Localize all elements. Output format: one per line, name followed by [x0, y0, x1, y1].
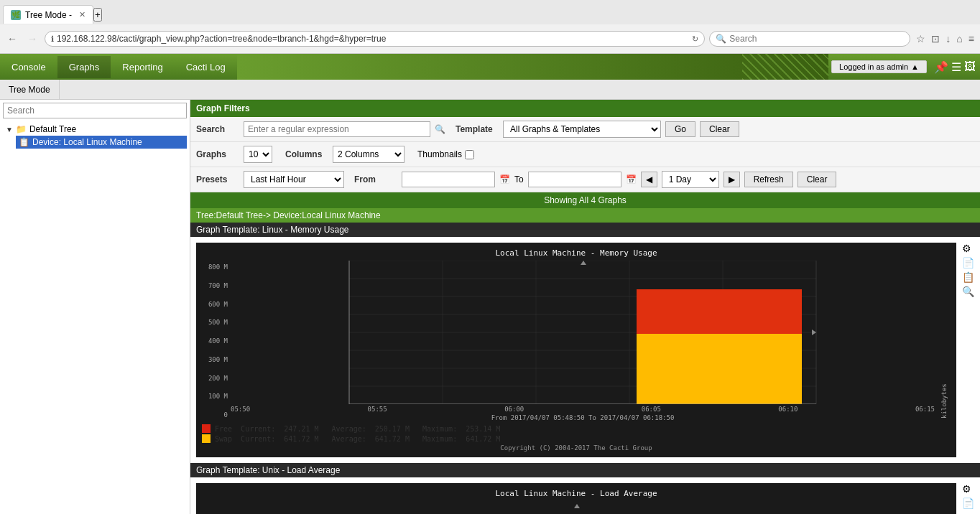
- address-bar[interactable]: ℹ 192.168.122.98/cacti/graph_view.php?ac…: [45, 31, 705, 47]
- bookmark-icon[interactable]: ⊡: [930, 32, 941, 46]
- columns-select[interactable]: 2 Columns 1 Column: [333, 146, 405, 163]
- zoom-graph-icon[interactable]: 🔍: [962, 286, 974, 297]
- browser-search-box[interactable]: 🔍: [709, 31, 910, 47]
- pushpin-icon[interactable]: 📌: [934, 60, 948, 74]
- tree-item-device[interactable]: 📋 Device: Local Linux Machine: [16, 136, 187, 149]
- thumbnails-label-wrap: Thumbnails: [417, 149, 474, 159]
- presets-filter-label: Presets: [196, 174, 239, 184]
- search-icon: 🔍: [716, 34, 726, 44]
- reload-button[interactable]: ↻: [692, 34, 698, 44]
- csv-graph-icon-2[interactable]: 📄: [962, 497, 974, 509]
- tree-item-default-tree[interactable]: ▼ 📁 Default Tree: [3, 123, 187, 136]
- to-label: To: [514, 174, 524, 184]
- back-button[interactable]: ←: [4, 32, 20, 46]
- image-view-icon[interactable]: 🖼: [964, 60, 976, 74]
- download-icon[interactable]: ↓: [944, 32, 952, 46]
- copyright-text: Copyright (C) 2004-2017 The Cacti Group: [202, 444, 951, 452]
- go-button[interactable]: Go: [665, 121, 695, 137]
- legend-row-free: Free Current: 247.21 M Average: 250.17 M…: [202, 424, 951, 433]
- nav-graphs[interactable]: Graphs: [57, 56, 111, 78]
- prev-nav-button[interactable]: ◀: [641, 172, 657, 187]
- svg-marker-15: [812, 330, 816, 335]
- graph-template-bar-2: Graph Template: Unix - Load Average: [190, 463, 980, 477]
- main-layout: ▼ 📁 Default Tree 📋 Device: Local Linux M…: [0, 100, 980, 514]
- y-label-400: 400 M: [202, 337, 228, 345]
- graph-title-2: Local Linux Machine - Load Average: [202, 489, 951, 498]
- graph-filters-title: Graph Filters: [196, 103, 250, 113]
- app-logo: [237, 54, 828, 80]
- y-label-500: 500 M: [202, 319, 228, 326]
- login-info[interactable]: Logged in as admin ▲: [831, 60, 927, 73]
- search-filter-input[interactable]: [244, 121, 430, 137]
- legend-graph-icon[interactable]: 📋: [962, 271, 974, 283]
- star-icon[interactable]: ☆: [915, 32, 927, 46]
- x-label-0610: 06:10: [778, 406, 798, 413]
- nav-cacti-log[interactable]: Cacti Log: [175, 56, 237, 78]
- from-calendar-icon[interactable]: 📅: [499, 174, 510, 184]
- legend-swap-text: Swap Current: 641.72 M Average: 641.72 M…: [215, 435, 500, 443]
- filter-row-graphs: Graphs 10 25 50 Columns 2 Columns 1 Colu…: [190, 142, 980, 167]
- graphs-count-select[interactable]: 10 25 50: [244, 146, 272, 163]
- legend-row-swap: Swap Current: 641.72 M Average: 641.72 M…: [202, 434, 951, 443]
- to-calendar-icon[interactable]: 📅: [626, 174, 637, 184]
- thumbnails-label: Thumbnails: [417, 149, 462, 159]
- y-label-100: 100 M: [202, 393, 228, 400]
- tree-arrow-icon: ▼: [6, 126, 13, 134]
- clear-button[interactable]: Clear: [700, 121, 739, 137]
- graph-template-bar-1: Graph Template: Linux - Memory Usage: [190, 223, 980, 237]
- search-filter-label: Search: [196, 124, 239, 134]
- breadcrumb-bar: Tree Mode: [0, 80, 980, 100]
- memory-graph-svg: [231, 261, 935, 404]
- tab-title: Tree Mode -: [25, 10, 72, 20]
- new-tab-button[interactable]: +: [93, 8, 102, 22]
- device-label: Device: Local Linux Machine: [32, 137, 142, 147]
- showing-text: Showing All 4 Graphs: [544, 195, 627, 205]
- active-tab[interactable]: 🌿 Tree Mode - ✕: [3, 5, 93, 24]
- csv-graph-icon[interactable]: 📄: [962, 257, 974, 268]
- address-bar-row: ← → ℹ 192.168.122.98/cacti/graph_view.ph…: [0, 24, 980, 53]
- from-date-input[interactable]: 2017-04-07 05:48: [402, 172, 495, 187]
- forward-button[interactable]: →: [24, 32, 40, 46]
- nav-console[interactable]: Console: [0, 56, 57, 78]
- x-label-0600: 06:00: [504, 406, 524, 413]
- tab-close-button[interactable]: ✕: [79, 10, 85, 19]
- tree-root-label: Default Tree: [29, 124, 76, 134]
- y-label-700: 700 M: [202, 282, 228, 289]
- refresh-button[interactable]: Refresh: [744, 172, 793, 187]
- main-content: Graph Filters Search 🔍 Template All Grap…: [190, 100, 980, 514]
- presets-select[interactable]: Last Half Hour Last Hour Last Day: [244, 171, 344, 188]
- x-label-0550: 05:50: [231, 406, 250, 413]
- home-icon[interactable]: ⌂: [955, 32, 963, 46]
- browser-chrome: 🌿 Tree Mode - ✕ + ← → ℹ 192.168.122.98/c…: [0, 0, 980, 54]
- x-label-0605: 06:05: [642, 406, 661, 413]
- login-text: Logged in as admin: [839, 62, 908, 71]
- folder-icon: 📁: [16, 124, 27, 134]
- menu-icon[interactable]: ≡: [967, 32, 976, 46]
- list-view-icon[interactable]: ☰: [951, 60, 961, 74]
- search-filter-icon: 🔍: [435, 124, 445, 134]
- tree-path-bar: Tree:Default Tree-> Device:Local Linux M…: [190, 208, 980, 223]
- nav-reporting[interactable]: Reporting: [111, 56, 174, 78]
- breadcrumb-label: Tree Mode: [9, 85, 50, 95]
- template-filter-label: Template: [456, 124, 499, 134]
- browser-search-input[interactable]: [729, 34, 904, 44]
- x-label-0615: 06:15: [915, 406, 935, 413]
- graph-legend-1: Free Current: 247.21 M Average: 250.17 M…: [202, 424, 951, 443]
- legend-free-text: Free Current: 247.21 M Average: 250.17 M…: [215, 425, 500, 433]
- settings-graph-icon-2[interactable]: ⚙: [962, 483, 974, 495]
- x-label-0555: 05:55: [368, 406, 387, 413]
- y-label-600: 600 M: [202, 301, 228, 308]
- settings-graph-icon[interactable]: ⚙: [962, 243, 974, 254]
- legend-color-swap: [202, 434, 211, 443]
- to-date-input[interactable]: 2017-04-07 06:18: [528, 172, 621, 187]
- next-nav-button[interactable]: ▶: [724, 172, 740, 187]
- sidebar-search-input[interactable]: [3, 103, 187, 118]
- clear-button-2[interactable]: Clear: [798, 172, 837, 187]
- columns-filter-label: Columns: [285, 149, 328, 159]
- thumbnails-checkbox[interactable]: [465, 150, 474, 159]
- graph-title-1: Local Linux Machine - Memory Usage: [202, 248, 951, 258]
- app-nav: Console Graphs Reporting Cacti Log: [0, 56, 237, 78]
- template-filter-select[interactable]: All Graphs & Templates: [503, 121, 661, 138]
- day-select[interactable]: 1 Day 1 Week: [662, 171, 719, 188]
- breadcrumb-treemode[interactable]: Tree Mode: [0, 80, 60, 99]
